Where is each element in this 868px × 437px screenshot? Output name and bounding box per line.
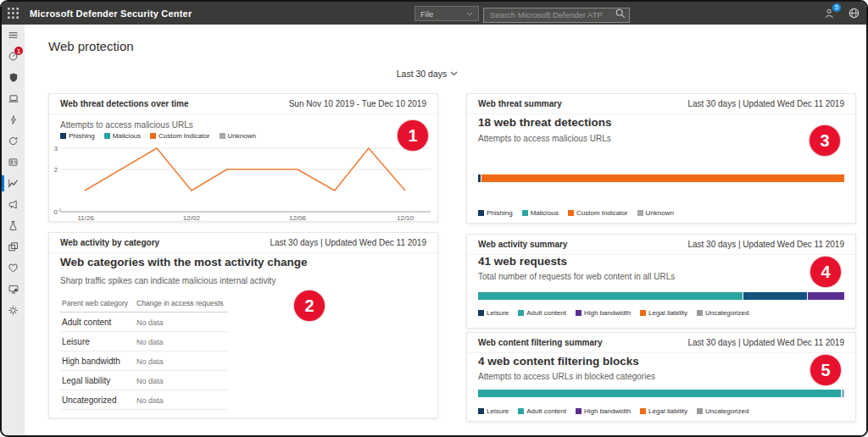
- y-tick-label: 0: [54, 208, 58, 216]
- activity-summary-bar: [478, 292, 844, 300]
- legend-label: High bandwidth: [584, 407, 631, 415]
- card-header: Web content filtering summary Last 30 da…: [467, 333, 855, 353]
- legend-item: Malicious: [104, 132, 141, 140]
- card-headline: 41 web requests: [478, 255, 567, 268]
- sidebar-item-security-operations[interactable]: [2, 67, 25, 88]
- callout-3: 3: [810, 125, 840, 156]
- megaphone-icon: [8, 199, 19, 210]
- legend-label: Custom Indicator: [576, 209, 627, 217]
- sidebar-item-partners-apis[interactable]: [2, 236, 25, 257]
- sidebar-item-dashboard[interactable]: 1: [2, 46, 25, 67]
- card-subtitle: Sharp traffic spikes can indicate malici…: [60, 276, 275, 285]
- legend-swatch: [104, 133, 110, 139]
- legend-item: Adult content: [518, 407, 566, 415]
- legend-item: Unknown: [637, 209, 674, 217]
- gear-icon: [8, 305, 19, 316]
- table-header-cell: Parent web category: [60, 294, 135, 313]
- waffle-icon: [8, 8, 19, 19]
- legend-label: Unknown: [646, 209, 674, 217]
- legend-item: High bandwidth: [576, 407, 631, 415]
- table-row: LeisureNo data: [60, 332, 228, 351]
- legend-label: Custom Indicator: [159, 132, 209, 140]
- legend-swatch: [576, 408, 581, 414]
- sidebar-item-configuration-management[interactable]: [2, 279, 25, 300]
- sidebar-item-alerts-queue[interactable]: [2, 109, 25, 130]
- card-web-threat-summary: Web threat summary Last 30 days | Update…: [466, 93, 856, 224]
- legend-label: Uncategorized: [705, 309, 749, 317]
- search-box: [483, 6, 630, 21]
- legend-swatch: [637, 210, 643, 216]
- legend-swatch: [568, 210, 574, 216]
- chart-legend: PhishingMaliciousCustom IndicatorUnknown: [60, 132, 256, 140]
- sidebar-item-simulations-tutorials[interactable]: [2, 194, 25, 215]
- legend-swatch: [220, 133, 225, 139]
- callout-4: 4: [810, 257, 841, 287]
- notification-badge: 5: [832, 3, 841, 12]
- category-cell: Uncategorized: [60, 390, 135, 410]
- legend-label: Malicious: [113, 132, 141, 140]
- bar-segment: [842, 390, 844, 397]
- x-tick-label: 12/10: [397, 214, 415, 222]
- table-row: Adult contentNo data: [60, 313, 228, 332]
- community-button[interactable]: [846, 6, 861, 21]
- bar-segment-custom-indicator: [481, 174, 844, 182]
- monitor-gear-icon: [8, 284, 19, 295]
- period-selector[interactable]: Last 30 days: [381, 69, 474, 79]
- callout-5: 5: [810, 355, 841, 385]
- bar-segment-high-bandwidth: [808, 292, 844, 300]
- legend-label: Legal liability: [648, 407, 687, 415]
- legend-label: Legal liability: [648, 309, 687, 317]
- legend-swatch: [150, 133, 156, 139]
- search-icon[interactable]: [615, 8, 626, 19]
- table-header-cell: Change in access requests: [135, 294, 228, 313]
- sidebar-item-advanced-hunting[interactable]: [2, 152, 25, 173]
- card-headline: 4 web content filtering blocks: [478, 355, 639, 368]
- legend-swatch: [518, 408, 524, 414]
- sidebar-item-service-health[interactable]: [2, 257, 25, 279]
- legend-label: Adult content: [526, 309, 566, 317]
- x-tick-label: 12/02: [183, 214, 201, 222]
- sidebar-item-automated-investigations[interactable]: [2, 130, 25, 152]
- card-headline: Web categories with the most activity ch…: [60, 256, 308, 268]
- card-web-threat-detections-over-time: Web threat detections over time Sun Nov …: [48, 93, 438, 222]
- legend-item: Uncategorized: [697, 407, 749, 415]
- legend-swatch: [576, 310, 581, 316]
- waffle-menu-icon[interactable]: [2, 2, 25, 25]
- legend-item: Leisure: [478, 309, 509, 317]
- menu-icon: [8, 30, 19, 41]
- legend-swatch: [518, 310, 524, 316]
- lightning-icon: [8, 114, 19, 125]
- category-cell: High bandwidth: [60, 351, 135, 371]
- bar-segment-phishing: [478, 174, 481, 182]
- legend-swatch: [478, 408, 484, 414]
- legend-swatch: [640, 408, 646, 414]
- category-cell: Adult content: [60, 313, 135, 332]
- card-headline: 18 web threat detections: [478, 116, 612, 129]
- legend-label: Uncategorized: [705, 407, 749, 415]
- sidebar-item-machines-list[interactable]: [2, 88, 25, 109]
- legend-item: Legal liability: [640, 309, 687, 317]
- table-row: High bandwidthNo data: [60, 351, 228, 371]
- category-cell: Leisure: [60, 332, 135, 351]
- legend-label: Malicious: [531, 209, 559, 217]
- legend-label: Phishing: [69, 132, 95, 140]
- value-cell: No data: [135, 351, 228, 371]
- sidebar-item-evaluation-lab[interactable]: [2, 215, 25, 236]
- sidebar-item-settings[interactable]: [2, 300, 25, 321]
- sidebar-item-reports[interactable]: [2, 173, 25, 194]
- card-web-activity-summary: Web activity summary Last 30 days | Upda…: [466, 234, 856, 329]
- feedback-button[interactable]: 5: [822, 6, 837, 21]
- legend-label: Leisure: [487, 407, 509, 415]
- bar-segment-adult-content: [478, 292, 743, 300]
- sidebar-item-menu[interactable]: [2, 25, 25, 46]
- search-input[interactable]: [483, 8, 630, 23]
- legend-label: Adult content: [526, 407, 566, 415]
- legend-item: Legal liability: [640, 407, 687, 415]
- value-cell: No data: [135, 332, 228, 351]
- laptop-icon: [8, 93, 19, 104]
- x-tick-label: 12/06: [289, 214, 307, 222]
- legend-label: Unknown: [228, 132, 256, 140]
- x-tick-label: 11/26: [77, 214, 94, 222]
- legend-item: High bandwidth: [576, 309, 631, 317]
- file-dropdown[interactable]: File: [415, 6, 479, 21]
